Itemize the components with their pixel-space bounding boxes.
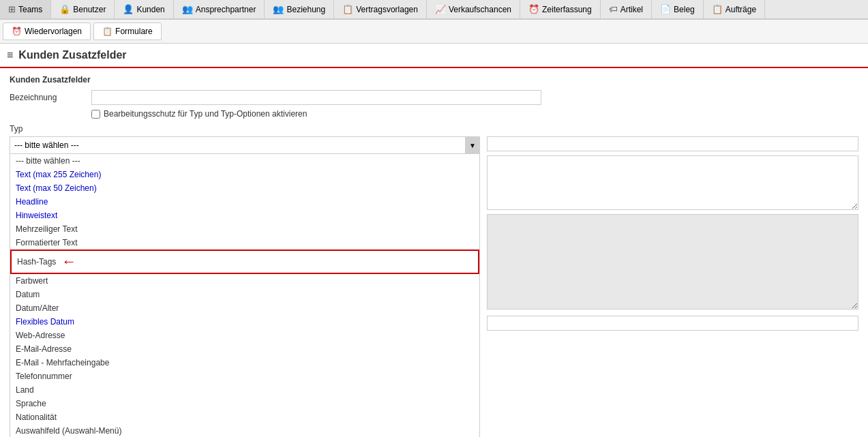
dropdown-item-flexiblesDatum[interactable]: Flexibles Datum xyxy=(10,315,479,329)
page-header: ≡ Kunden Zusatzfelder xyxy=(0,44,868,68)
tab-beleg[interactable]: 📄 Beleg xyxy=(652,0,704,18)
typ-dropdown-container: --- bitte wählen --- ▼ xyxy=(10,136,480,154)
zeiterfassung-icon: ⏰ xyxy=(528,4,539,14)
tab-beleg-label: Beleg xyxy=(674,5,695,14)
dropdown-item-emailAdresse[interactable]: E-Mail-Adresse xyxy=(10,342,479,356)
tab-verkaufschancen[interactable]: 📈 Verkaufschancen xyxy=(427,0,520,18)
bearbeitungsschutz-checkbox[interactable] xyxy=(91,110,100,119)
tab-formulare-label: Formulare xyxy=(115,27,153,36)
teams-icon: ⊞ xyxy=(8,4,16,14)
dropdown-item-formatiert[interactable]: Formatierter Text xyxy=(10,236,479,250)
main-content: Kunden Zusatzfelder Bezeichnung Bearbeit… xyxy=(0,68,868,437)
beleg-icon: 📄 xyxy=(660,4,671,14)
tab-zeiterfassung[interactable]: ⏰ Zeiterfassung xyxy=(520,0,601,18)
second-navigation: ⏰ Wiedervorlagen 📋 Formulare xyxy=(0,20,868,44)
page-title: Kunden Zusatzfelder xyxy=(18,49,126,61)
bezeichnung-input[interactable] xyxy=(91,90,541,105)
tab-vertragsvorlagen[interactable]: 📋 Vertragsvorlagen xyxy=(334,0,427,18)
right-textarea-1[interactable] xyxy=(487,155,858,210)
tab-beziehung[interactable]: 👥 Beziehung xyxy=(265,0,334,18)
formulare-icon: 📋 xyxy=(102,27,113,36)
auftraege-icon: 📋 xyxy=(712,4,723,14)
dropdown-item-mehrzeilig[interactable]: Mehrzeiliger Text xyxy=(10,222,479,236)
left-dropdown-col: --- bitte wählen --- ▼ --- bitte wählen … xyxy=(10,136,480,437)
dropdown-item-webAdresse[interactable]: Web-Adresse xyxy=(10,329,479,342)
tab-formulare[interactable]: 📋 Formulare xyxy=(93,22,162,40)
tab-auftraege-label: Aufträge xyxy=(725,5,756,14)
artikel-icon: 🏷 xyxy=(609,4,618,14)
dropdown-item-auswahlfeld[interactable]: Auswahlfeld (Auswahl-Menü) xyxy=(10,424,479,437)
wiedervorlagen-icon: ⏰ xyxy=(12,27,22,36)
red-arrow-icon: ← xyxy=(61,253,76,271)
dropdown-item-text255[interactable]: Text (max 255 Zeichen) xyxy=(10,168,479,181)
dropdown-item-sprache[interactable]: Sprache xyxy=(10,397,479,410)
tab-zeiterfassung-label: Zeiterfassung xyxy=(542,5,592,14)
tab-wiedervorlagen-label: Wiedervorlagen xyxy=(25,27,82,36)
typ-dropdown[interactable]: --- bitte wählen --- xyxy=(10,136,480,154)
dropdown-item-telefonnummer[interactable]: Telefonnummer xyxy=(10,370,479,383)
dropdown-item-hinweistext[interactable]: Hinweistext xyxy=(10,209,479,222)
right-form-col xyxy=(487,136,858,437)
tab-kunden[interactable]: 👤 Kunden xyxy=(115,0,173,18)
tab-teams[interactable]: ⊞ Teams xyxy=(0,0,51,18)
dropdown-item-emailMehrfach[interactable]: E-Mail - Mehrfacheingabe xyxy=(10,356,479,370)
tab-ansprechpartner-label: Ansprechpartner xyxy=(196,5,256,14)
right-input-2[interactable] xyxy=(487,316,858,331)
tab-wiedervorlagen[interactable]: ⏰ Wiedervorlagen xyxy=(3,22,91,40)
tab-beziehung-label: Beziehung xyxy=(286,5,325,14)
right-input-1[interactable] xyxy=(487,136,858,151)
tab-benutzer-label: Benutzer xyxy=(73,5,106,14)
checkbox-label: Bearbeitungsschutz für Typ und Typ-Optio… xyxy=(104,109,307,119)
tab-verkaufschancen-label: Verkaufschancen xyxy=(449,5,511,14)
checkbox-row: Bearbeitungsschutz für Typ und Typ-Optio… xyxy=(91,109,858,119)
tab-ansprechpartner[interactable]: 👥 Ansprechpartner xyxy=(174,0,265,18)
dropdown-item-text50[interactable]: Text (max 50 Zeichen) xyxy=(10,181,479,195)
tab-artikel[interactable]: 🏷 Artikel xyxy=(601,0,652,18)
right-textarea-2[interactable] xyxy=(487,214,858,310)
ansprechpartner-icon: 👥 xyxy=(182,4,193,14)
kunden-icon: 👤 xyxy=(123,4,134,14)
dropdown-item-placeholder[interactable]: --- bitte wählen --- xyxy=(10,154,479,168)
tab-artikel-label: Artikel xyxy=(620,5,643,14)
dropdown-item-headline[interactable]: Headline xyxy=(10,195,479,209)
dropdown-item-hashtags[interactable]: Hash-Tags← xyxy=(10,250,479,274)
dropdown-item-nationalitaet[interactable]: Nationalität xyxy=(10,410,479,424)
benutzer-icon: 🔒 xyxy=(59,4,70,14)
tab-teams-label: Teams xyxy=(18,5,42,14)
top-navigation: ⊞ Teams 🔒 Benutzer 👤 Kunden 👥 Ansprechpa… xyxy=(0,0,868,20)
bezeichnung-label: Bezeichnung xyxy=(10,93,91,102)
tab-kunden-label: Kunden xyxy=(136,5,164,14)
verkaufschancen-icon: 📈 xyxy=(435,4,446,14)
two-col-area: --- bitte wählen --- ▼ --- bitte wählen … xyxy=(10,136,858,437)
dropdown-item-land[interactable]: Land xyxy=(10,383,479,397)
page-header-icon: ≡ xyxy=(7,49,13,61)
bezeichnung-row: Bezeichnung xyxy=(10,90,858,105)
tab-benutzer[interactable]: 🔒 Benutzer xyxy=(51,0,115,18)
dropdown-list: --- bitte wählen ---Text (max 255 Zeiche… xyxy=(10,154,480,437)
dropdown-item-label-hashtags: Hash-Tags xyxy=(17,257,56,267)
beziehung-icon: 👥 xyxy=(273,4,284,14)
dropdown-item-datum[interactable]: Datum xyxy=(10,288,479,301)
section-title: Kunden Zusatzfelder xyxy=(10,75,858,85)
vertragsvorlagen-icon: 📋 xyxy=(342,4,353,14)
dropdown-item-datumAlter[interactable]: Datum/Alter xyxy=(10,301,479,315)
tab-vertragsvorlagen-label: Vertragsvorlagen xyxy=(356,5,418,14)
typ-label: Typ xyxy=(10,124,858,134)
dropdown-item-farbwert[interactable]: Farbwert xyxy=(10,274,479,288)
tab-auftraege[interactable]: 📋 Aufträge xyxy=(704,0,765,18)
